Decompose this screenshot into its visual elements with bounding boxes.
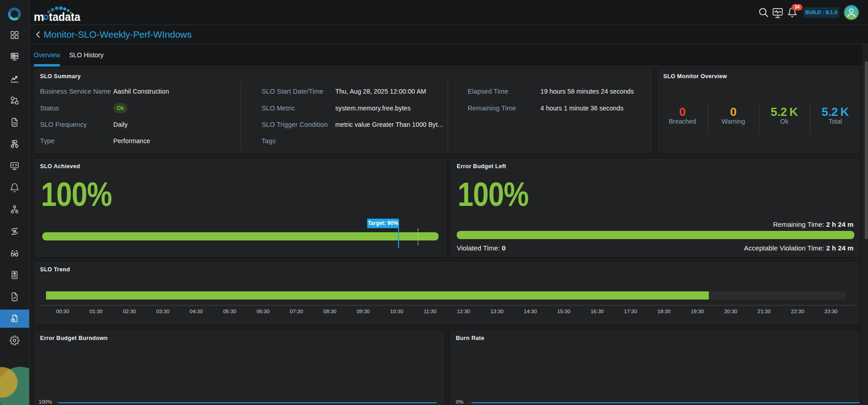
svg-text:m: m [34,10,44,24]
svg-text:tadata: tadata [49,10,81,24]
